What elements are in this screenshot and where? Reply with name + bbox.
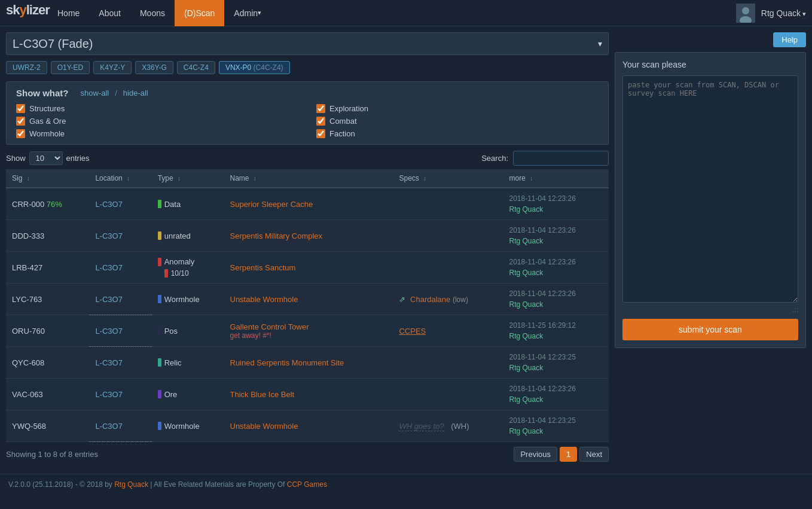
name-cell: Serpentis Military Complex [224, 220, 393, 252]
location-cell[interactable]: L-C3O7 [89, 315, 151, 347]
more-user: Rtg Quack [509, 300, 544, 309]
specs-link[interactable]: Chardalane [410, 295, 450, 304]
more-user: Rtg Quack [509, 364, 544, 372]
related-sys-4[interactable]: C4C-Z4 [177, 61, 215, 74]
col-name[interactable]: Name ↕ [224, 169, 393, 188]
name-link[interactable]: Gallente Control Tower [230, 322, 309, 331]
help-button[interactable]: Help [773, 32, 806, 47]
checkbox-gas-ore-input[interactable] [16, 117, 25, 126]
sig-id: LYC-763 [12, 295, 42, 304]
related-sys-2[interactable]: K4YZ-Y [93, 61, 132, 74]
name-link[interactable]: Ruined Serpentis Monument Site [230, 358, 344, 367]
search-input[interactable] [513, 151, 609, 166]
more-user: Rtg Quack [509, 269, 544, 277]
search-area: Search: [481, 151, 609, 166]
checkbox-combat-input[interactable] [316, 117, 325, 126]
sig-cell: LRB-427 [6, 252, 89, 284]
specs-cell [393, 188, 503, 220]
next-button[interactable]: Next [579, 447, 609, 462]
type-sub-label: 10/10 [171, 269, 189, 278]
nav-admin[interactable]: Admin [224, 0, 271, 26]
location-cell: L-C3O7 [89, 379, 151, 410]
footer-version: V.2.0.0 (25.11.2018) - © 2018 by [8, 480, 114, 489]
sig-cell: ORU-760 [6, 315, 89, 347]
system-selector[interactable]: L-C3O7 (Fade) ▾ [6, 32, 609, 55]
entries-select[interactable]: 10 25 50 100 [29, 151, 63, 165]
more-user: Rtg Quack [509, 427, 544, 435]
related-sys-3[interactable]: X36Y-G [135, 61, 173, 74]
show-all-link[interactable]: show-all [81, 89, 109, 97]
footer-ccp-link[interactable]: CCP Games [287, 480, 327, 489]
specs-placeholder[interactable]: WH goes to? [399, 422, 444, 431]
checkbox-faction-input[interactable] [316, 129, 325, 138]
name-cell: Gallente Control Tower get away! #*! [224, 315, 393, 347]
related-sys-1[interactable]: O1Y-ED [51, 61, 90, 74]
type-label: Anomaly [164, 257, 195, 266]
nav-dscan[interactable]: (D)Scan [175, 0, 224, 26]
checkbox-wormhole-input[interactable] [16, 129, 25, 138]
submit-scan-button[interactable]: submit your scan [622, 319, 798, 340]
nav-moons[interactable]: Moons [130, 0, 175, 26]
nav-home[interactable]: Home [48, 0, 89, 26]
sig-id: ORU-760 [12, 327, 45, 336]
scan-textarea[interactable] [622, 75, 798, 303]
brand-logo-text: skylizer [6, 2, 50, 17]
related-sys-5[interactable]: VNX-P0 (C4C-Z4) [219, 61, 290, 74]
navbar: skylizer Home About Moons (D)Scan Admin … [0, 0, 812, 26]
specs-cell: CCPES [393, 315, 503, 347]
footer-suffix: | All Eve Related Materials are Property… [148, 480, 287, 489]
type-dot [158, 390, 161, 398]
specs-cell: WH goes to? (WH) [393, 410, 503, 442]
table-row: DDD-333 L-C3O7 unrated Serpentis Militar… [6, 220, 609, 252]
name-link[interactable]: Unstable Wormhole [230, 422, 298, 431]
type-dot [158, 295, 161, 303]
type-label: Relic [164, 358, 182, 367]
name-link[interactable]: Unstable Wormhole [230, 295, 298, 304]
name-link[interactable]: Thick Blue Ice Belt [230, 390, 295, 399]
more-cell: 2018-11-04 12:23:25Rtg Quack [503, 410, 609, 442]
name-cell: Ruined Serpentis Monument Site [224, 347, 393, 379]
col-type[interactable]: Type ↕ [152, 169, 224, 188]
user-name[interactable]: Rtg Quack [761, 8, 806, 18]
type-dot [158, 327, 161, 335]
system-dropdown-arrow[interactable]: ▾ [598, 39, 602, 48]
col-more[interactable]: more ↕ [503, 169, 609, 188]
scan-resize-handle: .:: [622, 304, 798, 315]
type-dot [158, 258, 161, 266]
location-cell[interactable]: L-C3O7 [89, 410, 151, 442]
col-location[interactable]: Location ↕ [89, 169, 151, 188]
checkbox-exploration-input[interactable] [316, 104, 325, 113]
nav-right: Rtg Quack [736, 4, 806, 23]
specs-cell [393, 252, 503, 284]
name-link[interactable]: Serpentis Military Complex [230, 231, 323, 240]
location-cell[interactable]: L-C3O7 [89, 284, 151, 315]
type-cell: Wormhole [152, 284, 224, 315]
hide-all-link[interactable]: hide-all [123, 89, 148, 97]
sig-cell: CRR-000 76% [6, 188, 89, 220]
page-1-button[interactable]: 1 [560, 447, 577, 462]
nav-about[interactable]: About [89, 0, 130, 26]
table-header-row: Sig ↕ Location ↕ Type ↕ Name ↕ Specs ↕ m… [6, 169, 609, 188]
checkbox-structures-input[interactable] [16, 104, 25, 113]
search-label: Search: [481, 154, 508, 163]
related-sys-0[interactable]: UWRZ-2 [6, 61, 47, 74]
prev-button[interactable]: Previous [514, 447, 557, 462]
show-divider: / [115, 89, 117, 97]
scan-panel-title: Your scan please [622, 60, 798, 69]
name-link[interactable]: Superior Sleeper Cache [230, 200, 313, 209]
table-row: LRB-427 L-C3O7 Anomaly 10/10 Serpentis S… [6, 252, 609, 284]
specs-ccpes-link[interactable]: CCPES [399, 327, 426, 336]
footer-author-link[interactable]: Rtg Quack [114, 480, 148, 489]
col-sig[interactable]: Sig ↕ [6, 169, 89, 188]
checkbox-faction-label: Faction [329, 129, 355, 138]
col-specs[interactable]: Specs ↕ [393, 169, 503, 188]
specs-wh-tag: (WH) [451, 422, 469, 431]
table-row: ORU-760 L-C3O7 Pos Gallente Control Towe… [6, 315, 609, 347]
sig-id: YWQ-568 [12, 422, 46, 431]
table-row: LYC-763 L-C3O7 Wormhole Unstable Wormhol… [6, 284, 609, 315]
table-row: YWQ-568 L-C3O7 Wormhole Unstable Wormhol… [6, 410, 609, 442]
name-cell: Unstable Wormhole [224, 284, 393, 315]
more-cell: 2018-11-04 12:23:26Rtg Quack [503, 220, 609, 252]
name-link[interactable]: Serpentis Sanctum [230, 263, 296, 272]
right-panel: Help Your scan please .:: submit your sc… [615, 32, 806, 462]
